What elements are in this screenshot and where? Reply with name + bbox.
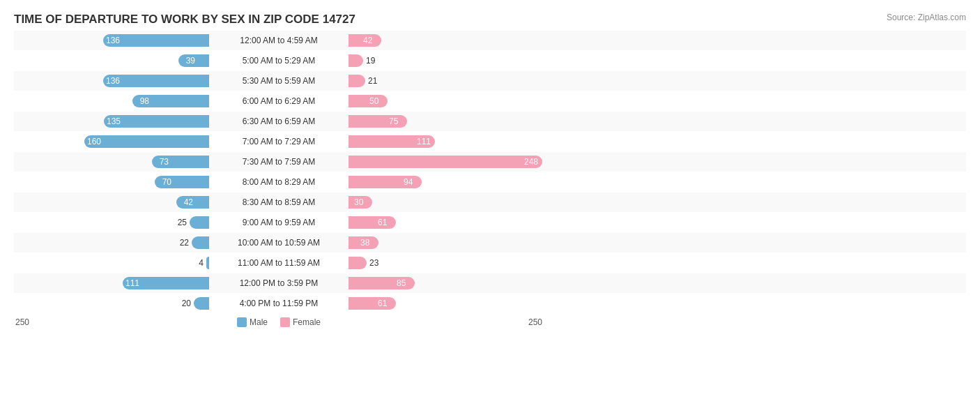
table-row: 98 6:00 AM to 6:29 AM 50 — [14, 91, 966, 111]
male-value: 111 — [125, 278, 139, 288]
table-row: 135 6:30 AM to 6:59 AM 75 — [14, 112, 966, 131]
male-value: 20 — [182, 299, 191, 308]
male-value: 98 — [140, 96, 149, 106]
female-legend-box — [280, 317, 290, 327]
axis-right: 250 — [349, 317, 544, 327]
female-value: 94 — [404, 177, 413, 187]
female-value: 21 — [368, 76, 377, 86]
table-row: 136 5:30 AM to 5:59 AM 21 — [14, 71, 966, 91]
male-legend-box — [237, 317, 247, 327]
table-row: 20 4:00 PM to 11:59 PM 61 — [14, 294, 966, 313]
table-row: 39 5:00 AM to 5:29 AM 19 — [14, 51, 966, 70]
time-label: 9:00 AM to 9:59 AM — [209, 218, 349, 227]
table-row: 42 8:30 AM to 8:59 AM 30 — [14, 193, 966, 212]
female-bar — [349, 115, 407, 128]
male-bar — [206, 257, 209, 269]
time-label: 12:00 PM to 3:59 PM — [209, 278, 349, 288]
female-value: 75 — [389, 116, 398, 126]
female-value: 248 — [524, 157, 538, 167]
female-bar — [349, 216, 396, 229]
male-bar — [194, 297, 209, 310]
table-row: 73 7:30 AM to 7:59 AM 248 — [14, 152, 966, 172]
legend-female: Female — [280, 317, 321, 327]
female-bar — [349, 54, 363, 67]
female-value: 85 — [397, 278, 406, 288]
female-value: 42 — [363, 36, 372, 45]
table-row: 22 10:00 AM to 10:59 AM 38 — [14, 233, 966, 252]
time-label: 10:00 AM to 10:59 AM — [209, 238, 349, 248]
male-value: 22 — [180, 238, 189, 248]
legend: Male Female — [209, 317, 349, 327]
female-bar — [349, 156, 542, 168]
time-label: 7:30 AM to 7:59 AM — [209, 157, 349, 167]
table-row: 160 7:00 AM to 7:29 AM 111 — [14, 132, 966, 151]
legend-male: Male — [237, 317, 268, 327]
time-label: 8:00 AM to 8:29 AM — [209, 177, 349, 187]
female-value: 50 — [369, 96, 378, 106]
male-value: 25 — [178, 218, 187, 227]
male-value: 70 — [162, 177, 171, 187]
time-label: 7:00 AM to 7:29 AM — [209, 137, 349, 146]
chart-area: 136 12:00 AM to 4:59 AM 42 39 5:00 AM to… — [14, 31, 966, 313]
male-value: 136 — [106, 36, 120, 45]
female-value: 111 — [417, 137, 431, 146]
source-label: Source: ZipAtlas.com — [887, 13, 966, 22]
table-row: 25 9:00 AM to 9:59 AM 61 — [14, 213, 966, 232]
female-bar — [349, 297, 396, 310]
female-value: 38 — [360, 238, 369, 248]
male-value: 4 — [199, 258, 204, 268]
axis-left: 250 — [14, 317, 209, 327]
time-label: 5:30 AM to 5:59 AM — [209, 76, 349, 86]
male-value: 39 — [186, 56, 195, 66]
chart-container: TIME OF DEPARTURE TO WORK BY SEX IN ZIP … — [0, 0, 980, 415]
table-row: 136 12:00 AM to 4:59 AM 42 — [14, 31, 966, 50]
axis-row: 250 Male Female 250 — [14, 317, 966, 327]
male-value: 136 — [106, 76, 120, 86]
male-bar — [190, 216, 209, 229]
female-legend-label: Female — [293, 317, 321, 327]
female-value: 61 — [378, 299, 387, 308]
time-label: 6:00 AM to 6:29 AM — [209, 96, 349, 106]
male-legend-label: Male — [250, 317, 268, 327]
female-value: 19 — [366, 56, 375, 66]
male-value: 135 — [107, 116, 121, 126]
time-label: 11:00 AM to 11:59 AM — [209, 258, 349, 268]
time-label: 5:00 AM to 5:29 AM — [209, 56, 349, 66]
male-value: 73 — [160, 157, 169, 167]
time-label: 6:30 AM to 6:59 AM — [209, 116, 349, 126]
time-label: 4:00 PM to 11:59 PM — [209, 299, 349, 308]
female-bar — [349, 95, 388, 107]
table-row: 4 11:00 AM to 11:59 AM 23 — [14, 253, 966, 273]
male-value: 160 — [87, 137, 101, 146]
female-bar — [349, 257, 367, 269]
time-label: 12:00 AM to 4:59 AM — [209, 36, 349, 45]
female-value: 30 — [354, 197, 363, 207]
male-value: 42 — [184, 197, 193, 207]
table-row: 111 12:00 PM to 3:59 PM 85 — [14, 273, 966, 293]
female-value: 23 — [369, 258, 378, 268]
male-bar — [84, 135, 209, 148]
chart-title: TIME OF DEPARTURE TO WORK BY SEX IN ZIP … — [14, 13, 966, 27]
female-value: 61 — [378, 218, 387, 227]
time-label: 8:30 AM to 8:59 AM — [209, 197, 349, 207]
male-bar — [192, 236, 209, 249]
female-bar — [349, 75, 365, 87]
table-row: 70 8:00 AM to 8:29 AM 94 — [14, 172, 966, 192]
